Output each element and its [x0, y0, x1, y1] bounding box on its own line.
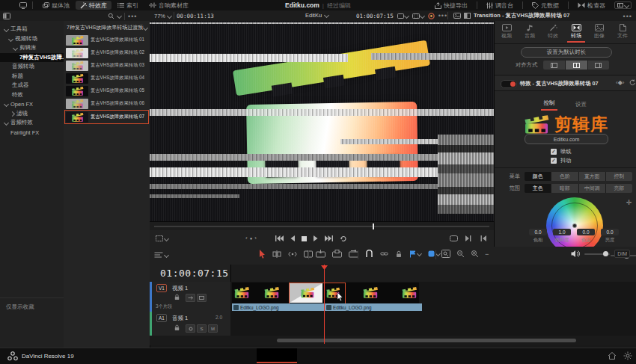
zoom-full-extent-icon[interactable]: [441, 250, 450, 258]
viewer-layout-button[interactable]: [397, 13, 409, 19]
play-button[interactable]: [314, 235, 318, 241]
loop-button[interactable]: [340, 235, 347, 242]
viewer-canvas[interactable]: [150, 21, 494, 221]
tab-media-pool[interactable]: 媒体池: [38, 1, 74, 10]
video-track-name[interactable]: 视频 1: [172, 285, 188, 292]
video-track-lane[interactable]: Editku_LOGO.png Editku_LOGO.png: [230, 282, 636, 312]
temp-value[interactable]: 0.0: [577, 229, 595, 235]
timeline-playhead[interactable]: [324, 265, 325, 344]
align-end-button[interactable]: [588, 61, 610, 70]
inspector-tab-video[interactable]: 视频: [495, 24, 518, 40]
solo-button[interactable]: S: [197, 324, 207, 333]
stop-button[interactable]: [302, 236, 307, 241]
menu-option-controls[interactable]: 控制: [606, 172, 632, 181]
color-wheel-cursor[interactable]: [573, 224, 576, 227]
snapping-icon[interactable]: [365, 250, 373, 258]
last-frame-button[interactable]: [325, 235, 333, 241]
align-start-button[interactable]: [543, 61, 566, 70]
scrub-track[interactable]: [154, 226, 489, 227]
brightness-value[interactable]: 0.0: [601, 229, 619, 235]
marker-button[interactable]: [428, 250, 440, 257]
tree-item-video-transitions[interactable]: 视频转场: [0, 34, 73, 43]
color-reset-icon[interactable]: ✛: [626, 199, 632, 206]
playhead-handle[interactable]: [321, 265, 328, 270]
audio-monitor-speaker-icon[interactable]: [571, 250, 580, 258]
preset-item[interactable]: 复古VHS故障效果转场 01: [66, 34, 147, 46]
favorites-filter[interactable]: 仅显示收藏: [6, 303, 34, 311]
collapse-panel-icon[interactable]: [3, 13, 10, 19]
video-track-header[interactable]: V1 视频 1 3个片段: [150, 282, 231, 312]
menu-option-levels[interactable]: 色阶: [551, 172, 578, 181]
menu-option-color[interactable]: 颜色: [525, 172, 551, 181]
zoom-chevron-icon[interactable]: [167, 13, 172, 18]
range-option-highlights[interactable]: 亮部: [606, 184, 632, 193]
tab-index[interactable]: 索引: [113, 1, 143, 10]
inspector-tab-transition[interactable]: 转场: [565, 24, 587, 43]
timeline-timecode[interactable]: 01:00:07:15: [160, 268, 229, 279]
inspector-tab-effects[interactable]: 特效: [542, 24, 564, 40]
record-arm-icon[interactable]: [186, 324, 195, 333]
checkbox-checked-icon[interactable]: ✓: [551, 149, 557, 155]
viewer-zoom-level[interactable]: 77%: [154, 13, 165, 19]
menu-option-histogram[interactable]: 直方图: [579, 172, 606, 181]
tab-sound-library[interactable]: 音响素材库: [144, 1, 193, 10]
preset-item[interactable]: 复古VHS故障效果转场 03: [66, 60, 147, 71]
zoom-custom-icon[interactable]: [471, 250, 479, 258]
settings-gear-icon[interactable]: [623, 351, 632, 360]
volume-slider-handle[interactable]: [603, 251, 608, 256]
inspector-tab-audio[interactable]: 音频: [519, 24, 541, 40]
inspector-options-icon[interactable]: •••: [623, 13, 632, 20]
selection-mode-icon[interactable]: [259, 250, 266, 259]
mute-button[interactable]: M: [208, 324, 218, 333]
zoom-out-icon[interactable]: −: [485, 250, 489, 258]
workspace-icon[interactable]: [19, 2, 27, 9]
monitor-volume-slider[interactable]: [584, 253, 610, 255]
option-noise-lines[interactable]: ✓ 噪线: [551, 148, 572, 155]
set-default-duration-button[interactable]: 设置为默认时长: [521, 47, 612, 58]
checkbox-checked-icon[interactable]: ✓: [551, 158, 557, 164]
position-lock-icon[interactable]: [395, 250, 403, 258]
color-wheel[interactable]: [546, 197, 603, 254]
dim-button[interactable]: DIM: [614, 250, 630, 258]
clip-name-bar[interactable]: Editku_LOGO.png: [325, 303, 422, 311]
overwrite-clip-icon[interactable]: [332, 250, 342, 258]
multicam-button[interactable]: [412, 13, 424, 19]
linked-selection-icon[interactable]: [380, 250, 388, 258]
color-viewer-icon[interactable]: [428, 13, 435, 19]
range-option-midtones[interactable]: 中间调: [579, 184, 606, 193]
auto-select-icon[interactable]: [186, 294, 195, 302]
tab-quick-export[interactable]: 快捷导出: [430, 1, 472, 10]
preset-item[interactable]: 复古VHS故障效果转场 06: [66, 98, 147, 109]
audio-track-name[interactable]: 音频 1: [172, 315, 188, 322]
project-manager-icon[interactable]: [608, 351, 617, 360]
resolution-toggle-icon[interactable]: [450, 235, 458, 241]
tab-mixer[interactable]: 调音台: [482, 1, 518, 10]
horizontal-scrollbar[interactable]: [277, 339, 576, 342]
search-icon[interactable]: [108, 13, 114, 19]
saturation-value[interactable]: 1.0: [553, 229, 571, 235]
step-back-button[interactable]: [290, 235, 295, 241]
zoom-detail-icon[interactable]: [456, 250, 465, 258]
tree-item-toolbox[interactable]: 工具箱: [0, 25, 68, 34]
preset-item[interactable]: 复古VHS故障效果转场 02: [66, 47, 147, 58]
audio-track-lane[interactable]: [230, 312, 636, 336]
reset-icon[interactable]: [629, 79, 635, 86]
timeline-view-options[interactable]: [154, 251, 168, 259]
viewer-options-icon[interactable]: •••: [438, 12, 447, 19]
track-lock-icon[interactable]: [174, 294, 180, 300]
layout-preset-button[interactable]: [614, 1, 632, 9]
tree-item-openfx[interactable]: Open FX: [0, 99, 68, 108]
viewer-safe-area-button[interactable]: [150, 235, 168, 241]
preset-item[interactable]: 复古VHS故障效果转场 05: [66, 85, 147, 96]
track-enable-icon[interactable]: [197, 294, 207, 302]
flag-button[interactable]: [409, 250, 421, 258]
track-lock-icon[interactable]: [174, 324, 180, 331]
tab-metadata[interactable]: 元数据: [528, 1, 563, 10]
preset-item-selected[interactable]: 复古VHS故障效果转场 07: [66, 111, 147, 123]
range-option-master[interactable]: 主色: [525, 184, 551, 193]
match-frame-prev-icon[interactable]: [480, 235, 486, 241]
split-pane-icon[interactable]: [464, 13, 471, 19]
trim-edit-mode-icon[interactable]: [272, 250, 281, 258]
header-chevron-icon[interactable]: [143, 25, 148, 30]
jog-control[interactable]: ‹●›: [245, 230, 257, 247]
